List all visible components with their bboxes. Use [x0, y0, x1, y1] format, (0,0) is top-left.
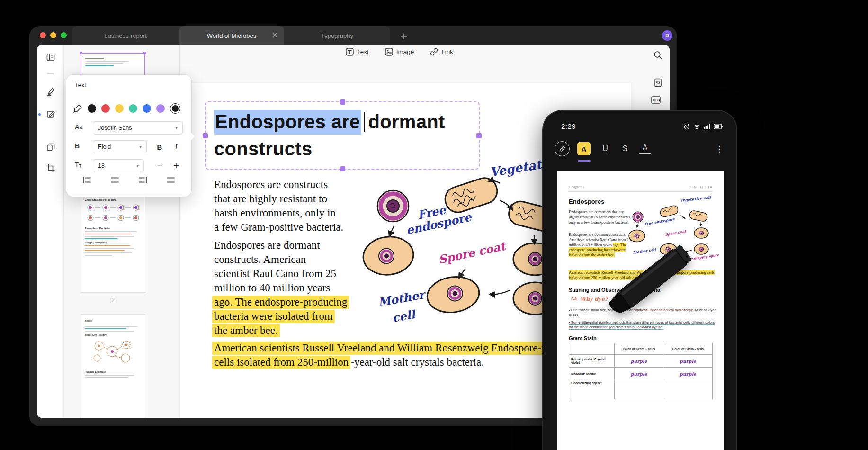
why-dye-label: Why dye?: [580, 296, 608, 302]
thumbnail-preview-content: Yeast Yeast Life History: [81, 315, 145, 382]
strikethrough-tool-button[interactable]: S: [619, 142, 631, 155]
color-swatch-purple[interactable]: [156, 104, 165, 113]
table-cell-value: purple: [614, 355, 663, 368]
tab-label: business-report: [104, 32, 147, 39]
insert-text-button[interactable]: Text: [346, 48, 369, 56]
organize-pages-button[interactable]: [45, 141, 56, 153]
font-size-dropdown[interactable]: 18 ▾: [93, 159, 144, 172]
new-tab-button[interactable]: +: [398, 30, 410, 42]
alignment-row: [66, 176, 191, 186]
body-line: the amber bee.: [214, 324, 349, 338]
screenshot-stage: business-report World of Microbes × Typo…: [0, 0, 868, 450]
insert-image-button[interactable]: Image: [385, 48, 414, 56]
resize-handle-right[interactable]: [476, 133, 482, 138]
close-icon[interactable]: ×: [271, 31, 277, 39]
body-line: a few Gram-positive bacteria.: [214, 220, 343, 234]
page-refresh-button[interactable]: [653, 78, 662, 87]
underline-tool-button[interactable]: U: [599, 142, 611, 155]
align-right-button[interactable]: [138, 176, 147, 186]
annotate-tool-button[interactable]: [45, 86, 56, 97]
chevron-down-icon: ▾: [136, 163, 139, 168]
phone-paragraph-3: American scientists Russell Vreeland and…: [569, 270, 716, 280]
insert-link-button[interactable]: Link: [430, 48, 453, 56]
pen-nib-icon: [558, 145, 566, 153]
paragraph-2[interactable]: Endospores are dormant constructs. Ameri…: [214, 238, 349, 338]
color-swatch-selected[interactable]: [170, 103, 180, 114]
color-swatch-red[interactable]: [101, 104, 110, 113]
endospore-illustration[interactable]: Vegetative Free endospore Spore coat Mot…: [349, 159, 572, 358]
font-style-dropdown[interactable]: Field ▾: [93, 140, 147, 153]
highlight-tool-button[interactable]: A: [577, 142, 591, 155]
close-window-button[interactable]: [40, 32, 46, 38]
resize-handle-bottom[interactable]: [340, 166, 345, 171]
thumb-handle: [80, 52, 82, 54]
tab-business-report[interactable]: business-report: [72, 26, 179, 45]
font-row-label: Aa: [75, 123, 83, 131]
crop-tool-button[interactable]: [45, 162, 56, 174]
body-line: that are highly resistant to: [214, 192, 343, 206]
increase-size-button[interactable]: +: [170, 159, 183, 172]
align-left-button[interactable]: [82, 176, 91, 186]
body-text: -year-old salt crystals bacteria.: [350, 356, 484, 368]
italic-button[interactable]: I: [170, 140, 183, 153]
body-line: ago. The endospore-producing: [214, 295, 349, 309]
resize-handle-left[interactable]: [203, 133, 208, 138]
bold-button[interactable]: B: [153, 140, 166, 153]
font-size-value: 18: [98, 162, 105, 169]
resize-handle-top[interactable]: [340, 99, 345, 105]
search-button[interactable]: [653, 51, 662, 60]
minimize-window-button[interactable]: [50, 32, 56, 38]
align-justify-button[interactable]: [166, 176, 175, 186]
document-title[interactable]: Endospores aredormant constructs: [214, 108, 445, 162]
table-header: [569, 343, 615, 355]
pdfa-button[interactable]: PDF/A: [651, 96, 661, 102]
pen-tool-button[interactable]: [555, 141, 570, 156]
edit-pdf-button[interactable]: [45, 108, 56, 120]
gram-stain-mini-diagram: [85, 202, 142, 223]
table-row: Decolorizing agent:: [569, 380, 713, 399]
insert-text-label: Text: [357, 48, 369, 55]
color-swatch-yellow[interactable]: [115, 104, 124, 113]
avatar[interactable]: D: [662, 30, 672, 41]
tab-label: World of Microbes: [207, 32, 257, 39]
reading-mode-icon: [46, 53, 55, 62]
text-cursor: [364, 112, 365, 132]
status-icons: [683, 123, 723, 130]
paragraph-1[interactable]: Endospores are constructs that are highl…: [214, 178, 343, 234]
tab-typography[interactable]: Typography: [284, 26, 390, 45]
yeast-mini-diagram: [85, 337, 142, 367]
decrease-size-button[interactable]: −: [153, 159, 166, 172]
color-swatch-teal[interactable]: [129, 104, 137, 113]
page-thumbnail-3[interactable]: Yeast Yeast Life History: [81, 314, 145, 418]
font-family-row: Aa Josefin Sans ▾: [66, 121, 191, 135]
thumb-title: Gram Staining Procedure: [85, 198, 141, 201]
color-swatch-blue[interactable]: [143, 104, 151, 113]
overflow-menu-icon[interactable]: ⋮: [714, 142, 725, 155]
phone-mini-illustration: vegetative cell Free endospore Spore coa…: [622, 196, 719, 268]
highlighted-text: bacteria were isolated from: [212, 310, 335, 323]
table-row: Primary stain: Crystal violet purple pur…: [569, 355, 713, 368]
active-tool-indicator: [38, 113, 41, 116]
insert-link-label: Link: [441, 48, 453, 55]
image-tool-icon: [385, 48, 393, 56]
label-cell: cell: [391, 307, 417, 324]
body-line: bacteria were isolated from: [214, 309, 349, 324]
tab-strip: business-report World of Microbes × Typo…: [72, 26, 390, 45]
font-family-dropdown[interactable]: Josefin Sans ▾: [93, 121, 183, 135]
status-time: 2:29: [561, 122, 576, 130]
left-tool-rail: [37, 45, 64, 418]
zoom-window-button[interactable]: [61, 32, 67, 38]
title-selected-text: Endospores are: [214, 110, 361, 135]
body-line: scientist Raul Cano from 25: [214, 267, 349, 281]
battery-icon: [714, 124, 723, 129]
reading-mode-button[interactable]: [45, 52, 56, 63]
insert-image-label: Image: [396, 48, 414, 55]
color-swatch-black[interactable]: [88, 104, 96, 113]
body-line: Endospores are dormant: [214, 238, 349, 252]
edit-toolbar: Text Image Link: [346, 48, 453, 56]
page-thumbnail-2[interactable]: Gram Staining Procedure Example of: [81, 193, 145, 293]
tab-world-of-microbes[interactable]: World of Microbes ×: [179, 26, 284, 45]
text-color-tool-button[interactable]: A: [639, 142, 651, 154]
body-line: million to 40 million years: [214, 281, 349, 295]
align-center-button[interactable]: [110, 176, 119, 186]
